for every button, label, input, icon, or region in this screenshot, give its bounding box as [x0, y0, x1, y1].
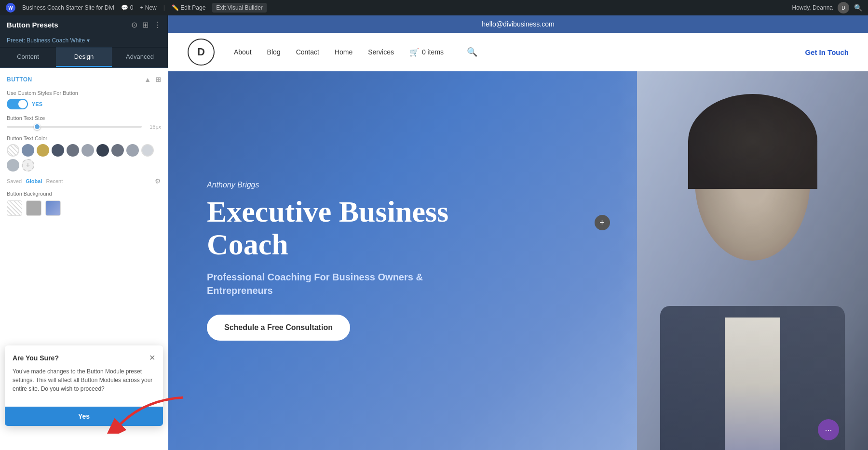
nav-link-contact[interactable]: Contact — [296, 48, 319, 56]
color-swatch-silver[interactable] — [126, 144, 139, 157]
save-row: Saved Global Recent ⚙ — [7, 177, 161, 185]
hero-subtitle: Professional Coaching For Business Owner… — [207, 270, 487, 297]
bg-swatch-blue-gradient[interactable] — [45, 200, 61, 216]
section-collapse-icon[interactable]: ▲ — [144, 76, 151, 83]
bg-swatch-gray[interactable] — [26, 200, 41, 216]
add-section-button[interactable]: + — [595, 215, 610, 230]
nav-links: About Blog Contact Home Services 🛒 0 ite… — [234, 47, 805, 57]
color-swatch-transparent[interactable] — [7, 144, 19, 157]
save-option-global[interactable]: Global — [26, 178, 42, 184]
button-background-label: Button Background — [7, 191, 161, 197]
color-swatch-pale-gray[interactable] — [141, 144, 154, 157]
nav-link-services[interactable]: Services — [368, 48, 394, 56]
tab-design[interactable]: Design — [56, 47, 112, 67]
save-option-recent[interactable]: Recent — [46, 178, 63, 184]
color-swatch-medium-gray[interactable] — [67, 144, 79, 157]
text-size-slider-thumb[interactable] — [34, 123, 41, 130]
confirm-yes-button[interactable]: Yes — [5, 407, 163, 426]
color-swatch-mid-silver[interactable] — [7, 159, 19, 172]
site-name-link[interactable]: Business Coach Starter Site for Divi — [22, 4, 114, 11]
color-swatch-charcoal[interactable] — [96, 144, 109, 157]
custom-styles-label: Use Custom Styles For Button — [7, 90, 161, 96]
nav-cart[interactable]: 🛒 0 items — [409, 48, 444, 57]
user-avatar[interactable]: D — [838, 2, 849, 13]
confirm-close-button[interactable]: ✕ — [149, 353, 155, 362]
color-swatch-dark-gray[interactable] — [52, 144, 64, 157]
nav-link-about[interactable]: About — [234, 48, 252, 56]
color-swatch-gray-blue[interactable] — [22, 144, 34, 157]
nav-cta-button[interactable]: Get In Touch — [805, 48, 849, 56]
hero-name: Anthony Briggs — [207, 181, 487, 189]
section-settings-icon[interactable]: ⊞ — [155, 76, 162, 83]
button-text-size-label: Button Text Size — [7, 115, 161, 121]
columns-icon[interactable]: ⊞ — [142, 20, 149, 29]
sidebar-header: Button Presets ⊙ ⊞ ⋮ — [0, 15, 168, 34]
text-size-value: 16px — [147, 124, 161, 130]
sidebar-header-icons: ⊙ ⊞ ⋮ — [131, 20, 161, 29]
text-color-swatches: + — [7, 144, 161, 172]
hero-person-image — [448, 71, 868, 450]
color-swatch-add[interactable]: + — [22, 159, 34, 172]
edit-page-link[interactable]: ✏️ Edit Page — [172, 4, 205, 11]
hero-more-options-button[interactable]: ··· — [818, 419, 839, 440]
email-link[interactable]: hello@divibusiness.com — [482, 20, 554, 28]
bg-swatch-transparent[interactable] — [7, 200, 22, 216]
button-background-row — [7, 200, 161, 216]
focus-icon[interactable]: ⊙ — [131, 20, 137, 29]
more-icon[interactable]: ⋮ — [153, 20, 161, 29]
confirm-dialog: Are You Sure? ✕ You've made changes to t… — [5, 345, 163, 426]
preset-chevron-icon: ▾ — [87, 37, 90, 44]
comments-link[interactable]: 💬 0 — [121, 4, 134, 11]
admin-bar: W Business Coach Starter Site for Divi 💬… — [0, 0, 868, 15]
section-button-title: Button ▲ ⊞ — [7, 76, 161, 83]
site-nav: D About Blog Contact Home Services 🛒 0 i… — [168, 33, 868, 71]
hero-section: Anthony Briggs Executive Business Coach … — [168, 71, 868, 450]
cart-icon: 🛒 — [409, 48, 419, 57]
toggle-state-label: YES — [32, 101, 42, 107]
tab-content[interactable]: Content — [0, 47, 56, 67]
save-settings-icon[interactable]: ⚙ — [155, 177, 161, 185]
confirm-message: You've made changes to the Button Module… — [13, 367, 155, 393]
search-admin-icon[interactable]: 🔍 — [854, 4, 862, 12]
nav-link-blog[interactable]: Blog — [267, 48, 281, 56]
hero-title: Executive Business Coach — [207, 195, 487, 261]
hero-dots: ··· — [818, 419, 839, 440]
button-text-color-label: Button Text Color — [7, 135, 161, 141]
hero-cta-button[interactable]: Schedule a Free Consultation — [207, 315, 350, 341]
text-size-slider-track — [7, 126, 142, 128]
color-swatch-light-gray[interactable] — [81, 144, 94, 157]
nav-link-home[interactable]: Home — [335, 48, 353, 56]
sidebar-panel: Button Presets ⊙ ⊞ ⋮ Preset: Business Co… — [0, 15, 168, 450]
color-swatch-gray2[interactable] — [111, 144, 124, 157]
color-swatch-gold[interactable] — [37, 144, 49, 157]
howdy-text: Howdy, Deanna — [792, 4, 833, 11]
wp-logo-icon[interactable]: W — [6, 3, 15, 13]
confirm-title: Are You Sure? — [13, 354, 59, 362]
site-logo[interactable]: D — [188, 39, 215, 66]
hero-content: Anthony Briggs Executive Business Coach … — [207, 181, 487, 341]
new-link[interactable]: + New — [140, 4, 156, 11]
tab-advanced[interactable]: Advanced — [112, 47, 168, 67]
cart-items-count: 0 items — [422, 48, 444, 56]
sidebar-tabs: Content Design Advanced — [0, 47, 168, 68]
email-bar: hello@divibusiness.com — [168, 15, 868, 33]
save-option-saved[interactable]: Saved — [7, 178, 22, 184]
website-preview: hello@divibusiness.com D About Blog Cont… — [168, 15, 868, 450]
custom-styles-toggle[interactable] — [7, 99, 28, 109]
sidebar-title: Button Presets — [7, 21, 58, 29]
search-icon[interactable]: 🔍 — [467, 47, 477, 57]
exit-builder-button[interactable]: Exit Visual Builder — [212, 3, 267, 13]
text-size-slider-row: 16px — [7, 124, 161, 130]
custom-styles-toggle-row: YES — [7, 99, 161, 109]
preset-label[interactable]: Preset: Business Coach White ▾ — [0, 34, 168, 47]
